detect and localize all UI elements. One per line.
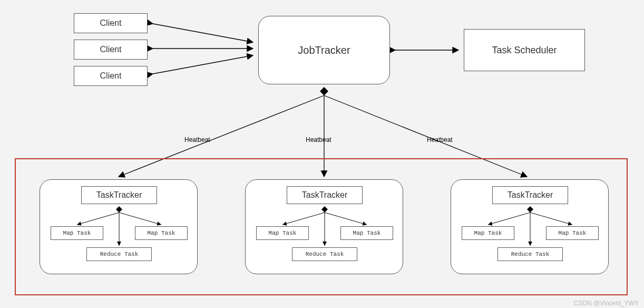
map-task-label: Map Task (148, 230, 175, 236)
reduce-task-box: Reduce Task (497, 247, 563, 261)
map-task-label: Map Task (269, 230, 297, 236)
jobtracker-label: JobTracker (298, 44, 350, 56)
svg-line-14 (325, 213, 367, 225)
tasktracker-label: TaskTracker (96, 190, 142, 200)
svg-line-17 (488, 213, 530, 225)
map-task-box: Map Task (462, 226, 514, 240)
reduce-task-label: Reduce Task (306, 251, 344, 257)
jobtracker-box: JobTracker (258, 16, 390, 84)
map-task-box: Map Task (135, 226, 188, 240)
map-task-label: Map Task (63, 230, 91, 236)
tasktracker-group-2: TaskTracker Map Task Map Task Reduce Tas… (245, 179, 403, 274)
tasktracker-group-3: TaskTracker Map Task Map Task Reduce Tas… (451, 179, 609, 274)
tasktracker-box: TaskTracker (287, 186, 363, 204)
svg-marker-16 (527, 206, 533, 213)
map-task-label: Map Task (559, 230, 587, 236)
reduce-task-label: Reduce Task (511, 251, 550, 257)
client-label: Client (100, 18, 122, 28)
diagram-canvas: Client Client Client JobTracker Task Sch… (0, 0, 644, 308)
scheduler-label: Task Scheduler (492, 45, 557, 56)
map-task-box: Map Task (256, 226, 309, 240)
client-label: Client (100, 45, 122, 54)
svg-line-9 (77, 213, 119, 225)
reduce-task-box: Reduce Task (292, 247, 357, 261)
tasktracker-label: TaskTracker (302, 190, 348, 200)
reduce-task-box: Reduce Task (86, 247, 152, 261)
svg-line-18 (530, 213, 572, 225)
reduce-task-label: Reduce Task (100, 251, 139, 257)
heartbeat-label-2: Heatbeat (306, 136, 331, 143)
heartbeat-label-1: Heatbeat (184, 136, 210, 143)
tasktracker-label: TaskTracker (508, 190, 553, 200)
svg-line-2 (153, 55, 253, 74)
svg-line-10 (119, 213, 161, 225)
tasktracker-group-1: TaskTracker Map Task Map Task Reduce Tas… (40, 179, 198, 274)
map-task-label: Map Task (474, 230, 502, 236)
svg-marker-8 (116, 206, 122, 213)
map-task-box: Map Task (546, 226, 599, 240)
heartbeat-label-3: Heatbeat (427, 136, 453, 143)
task-scheduler-box: Task Scheduler (464, 29, 585, 71)
client-box-1: Client (74, 13, 148, 33)
client-box-3: Client (74, 66, 148, 86)
client-label: Client (100, 71, 122, 81)
map-task-box: Map Task (340, 226, 393, 240)
map-task-box: Map Task (51, 226, 103, 240)
svg-line-13 (282, 213, 325, 225)
svg-line-0 (153, 24, 253, 42)
svg-marker-4 (320, 87, 328, 95)
tasktracker-box: TaskTracker (81, 186, 157, 204)
svg-marker-12 (321, 206, 328, 213)
client-box-2: Client (74, 40, 148, 60)
tasktracker-box: TaskTracker (492, 186, 568, 204)
map-task-label: Map Task (353, 230, 381, 236)
watermark: CSDN @Vincent_YWY (574, 300, 639, 307)
